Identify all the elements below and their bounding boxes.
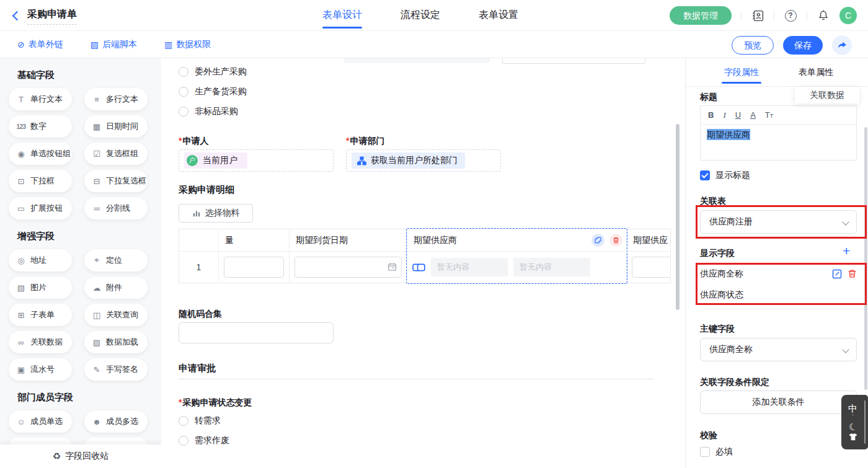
related-data-cell[interactable]: 暂无内容 暂无内容 (412, 258, 621, 276)
panel-scrollbar[interactable] (864, 127, 867, 390)
data-permission-button[interactable]: ▥ 数据权限 (164, 39, 211, 50)
canvas-scrollbar[interactable] (676, 124, 680, 310)
field-extend-button[interactable]: ▭扩展按钮 (9, 197, 72, 219)
validation-label: 校验 (700, 430, 717, 441)
back-icon[interactable] (11, 11, 21, 20)
field-signature[interactable]: ✎手写签名 (84, 358, 148, 381)
field-subform[interactable]: ⊞子表单 (9, 304, 72, 326)
top-header: 采购申请单 表单设计 流程设定 表单设置 数据管理 ? (0, 0, 868, 31)
form-title[interactable]: 采购申请单 (27, 8, 77, 25)
required-asterisk: * (179, 136, 182, 146)
script-icon: ▨ (91, 40, 99, 50)
row-index: 1 (179, 252, 218, 283)
primary-key-select[interactable]: 供应商全称 (700, 338, 857, 361)
tab-form-setting[interactable]: 表单设置 (479, 0, 518, 31)
field-address[interactable]: ◎地址 (9, 249, 72, 272)
ime-skin-icon[interactable] (848, 433, 858, 441)
delete-field-icon[interactable] (848, 269, 857, 279)
preview-button[interactable]: 预览 (732, 36, 774, 55)
field-attachment[interactable]: ☁附件 (84, 276, 148, 299)
tab-form-properties[interactable]: 表单属性 (799, 58, 833, 87)
copy-column-icon[interactable] (591, 234, 604, 247)
field-member-single[interactable]: ☺成员单选 (9, 410, 72, 433)
add-condition-button[interactable]: 添加关联条件 (700, 391, 857, 414)
field-multi-line-text[interactable]: ≡多行文本 (84, 88, 148, 110)
tab-field-properties[interactable]: 字段属性 (724, 58, 759, 87)
field-image[interactable]: ▤图片 (9, 276, 72, 299)
form-toolbar: ⊘ 表单外链 ▨ 后端脚本 ▥ 数据权限 预览 保存 (0, 31, 868, 58)
radio-option-stock[interactable]: 生产备货采购 (179, 86, 247, 97)
field-related-data[interactable]: ∞关联数据 (9, 331, 72, 353)
radio-option-nonstandard[interactable]: 非标品采购 (179, 106, 238, 117)
radio-option-demand-void[interactable]: 需求作废 (179, 435, 229, 446)
field-divider-line[interactable]: ═分割线 (84, 197, 148, 219)
share-button[interactable] (832, 35, 852, 55)
external-link-button[interactable]: ⊘ 表单外链 (17, 39, 63, 50)
field-datetime[interactable]: ▦日期时间 (84, 115, 148, 138)
field-multi-dropdown[interactable]: ⊟下拉复选框 (84, 170, 148, 192)
applicant-field[interactable]: 户 当前用户 (179, 149, 334, 172)
random-code-input[interactable] (179, 322, 334, 343)
field-single-line-text[interactable]: T单行文本 (9, 88, 72, 110)
field-member-multi[interactable]: ☻成员多选 (84, 410, 148, 433)
recycle-icon: ♻ (53, 451, 61, 462)
edit-field-icon[interactable] (832, 269, 842, 279)
title-value-input[interactable]: 期望供应商 (701, 125, 856, 160)
multi-dropdown-icon: ⊟ (91, 177, 102, 186)
font-color-icon[interactable]: A (750, 110, 756, 120)
quantity-input[interactable] (224, 257, 284, 278)
delete-column-icon[interactable] (609, 234, 622, 247)
field-recycle-bin[interactable]: ♻ 字段回收站 (0, 444, 161, 468)
field-number[interactable]: 123数字 (9, 115, 72, 138)
table-col-supplier-selected[interactable]: 期望供应商 暂无内容 暂无内容 (407, 229, 627, 283)
underline-icon[interactable]: U (735, 110, 741, 120)
related-table-select[interactable]: 供应商注册 (700, 210, 857, 234)
ime-punctuation-toggle[interactable]: ʾ (852, 414, 854, 421)
bold-icon[interactable]: B (708, 110, 714, 120)
subform-icon: ⊞ (16, 311, 27, 320)
notification-bell-icon[interactable] (817, 9, 830, 22)
current-department-chip: 获取当前用户所处部门 (352, 152, 465, 169)
font-size-icon[interactable]: TT (765, 110, 773, 120)
field-data-load[interactable]: ▧数据加载 (84, 331, 148, 353)
expected-date-input[interactable] (294, 257, 402, 278)
field-serial-number[interactable]: ▣流水号 (9, 358, 72, 381)
applicant-label: *申请人 (179, 136, 208, 147)
contacts-icon[interactable] (751, 9, 764, 22)
section-enhanced-fields: 增强字段 (17, 231, 55, 242)
attachment-icon: ☁ (91, 283, 102, 293)
field-radio-group[interactable]: ◉单选按钮组 (9, 143, 72, 165)
italic-icon[interactable]: I (723, 110, 725, 120)
select-material-button[interactable]: 选择物料 (179, 204, 253, 223)
department-field[interactable]: 获取当前用户所处部门 (346, 149, 501, 172)
radio-option-outsourced[interactable]: 委外生产采购 (179, 66, 247, 77)
radio-icon (179, 67, 188, 77)
header-actions: 数据管理 ? C (670, 0, 857, 31)
field-location[interactable]: ⌖定位 (84, 249, 148, 272)
radio-icon (179, 107, 188, 117)
help-icon[interactable]: ? (784, 9, 797, 22)
backend-script-button[interactable]: ▨ 后端脚本 (91, 39, 137, 50)
show-title-checkbox[interactable]: 显示标题 (700, 170, 750, 181)
supplier2-input[interactable] (632, 257, 670, 278)
tab-form-design[interactable]: 表单设计 (322, 0, 362, 31)
required-checkbox[interactable]: 必填 (700, 446, 733, 457)
tab-flow-setting[interactable]: 流程设定 (401, 0, 440, 31)
field-related-query[interactable]: ◫关联查询 (84, 304, 148, 326)
clipped-field[interactable] (344, 58, 490, 63)
add-display-field-icon[interactable]: + (843, 245, 850, 257)
field-checkbox-group[interactable]: ☑复选框组 (84, 143, 148, 165)
data-manage-button[interactable]: 数据管理 (670, 6, 732, 25)
clipped-field[interactable] (502, 58, 645, 64)
table-col-date: 期望到货日期 (290, 229, 407, 283)
address-icon: ◎ (16, 256, 27, 265)
save-button[interactable]: 保存 (783, 36, 823, 55)
member-single-icon: ☺ (16, 417, 27, 426)
user-avatar[interactable]: C (839, 7, 857, 24)
checkbox-checked-icon (700, 170, 710, 180)
radio-option-to-demand[interactable]: 转需求 (179, 415, 221, 426)
ime-language-toggle[interactable]: 中 (848, 404, 857, 413)
ime-moon-icon[interactable]: ☾ (848, 421, 858, 432)
divider (741, 11, 742, 20)
field-dropdown[interactable]: ⊡下拉框 (9, 170, 72, 192)
